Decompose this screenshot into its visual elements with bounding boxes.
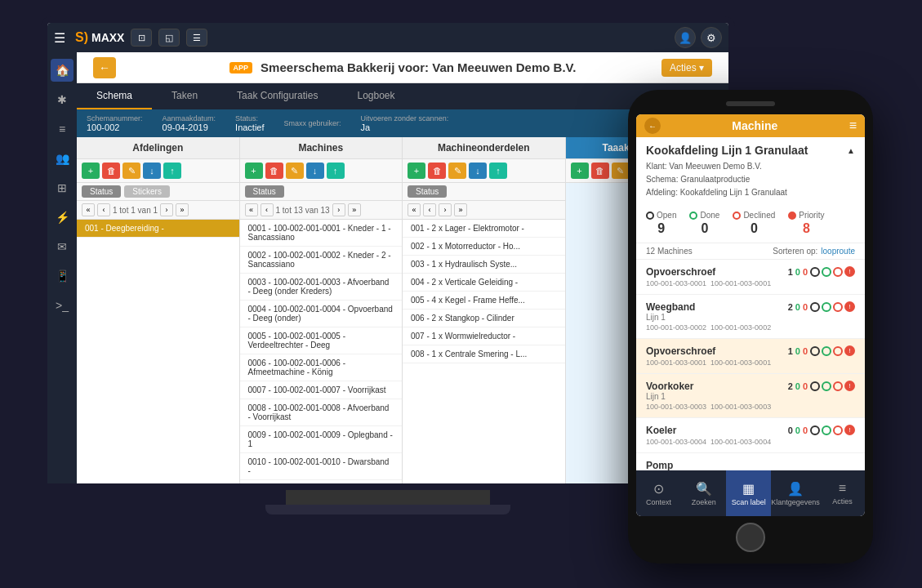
pag-next-machines[interactable]: › [332, 203, 345, 216]
pag-prev-machines[interactable]: ‹ [261, 203, 274, 216]
info-aanmaakdatum-value: 09-04-2019 [163, 122, 216, 132]
phone-machine-item[interactable]: Voorkoker Lijn 1 100-001-003-0003 100-00… [636, 374, 865, 418]
col-down-btn-afdelingen[interactable]: ↓ [143, 163, 161, 179]
list-item[interactable]: 002 - 1 x Motorreductor - Ho... [403, 238, 565, 256]
phone-item-codes: 100-001-003-0001 100-001-003-0001 [646, 359, 771, 367]
pag-prev-mach[interactable]: ‹ [423, 203, 436, 216]
col-down-btn-mach[interactable]: ↓ [469, 163, 487, 179]
pag-first-machines[interactable]: « [245, 203, 258, 216]
sidebar-item-grid[interactable]: ⊞ [51, 176, 73, 199]
list-item[interactable]: 001 - 2 x Lager - Elektromotor - [403, 220, 565, 238]
pag-last-mach[interactable]: » [454, 203, 467, 216]
col-add-btn-taak[interactable]: + [571, 163, 589, 179]
list-item[interactable]: 004 - 2 x Verticale Geleiding - [403, 274, 565, 292]
tab-taak-configuraties[interactable]: Taak Configuraties [217, 83, 337, 109]
tab-taken[interactable]: Taken [152, 83, 217, 109]
col-edit-btn-mach[interactable]: ✎ [448, 163, 466, 179]
user-icon-btn[interactable]: 👤 [675, 27, 696, 48]
col-edit-btn-taak[interactable]: ✎ [612, 163, 630, 179]
col-edit-btn-machines[interactable]: ✎ [286, 163, 304, 179]
pag-last-machines[interactable]: » [348, 203, 361, 216]
pag-last-btn[interactable]: » [176, 203, 189, 216]
list-item[interactable]: 0004 - 100-002-001-0004 - Opvoerband - D… [240, 301, 403, 327]
phone-menu-icon[interactable]: ≡ [849, 118, 857, 133]
col-up-btn-mach[interactable]: ↑ [489, 163, 507, 179]
col-edit-btn-afdelingen[interactable]: ✎ [122, 163, 140, 179]
sub-status-btn-machines[interactable]: Status [245, 185, 284, 198]
sidebar-item-list[interactable]: ≡ [51, 118, 73, 140]
pag-prev-btn[interactable]: ‹ [97, 203, 110, 216]
list-item[interactable]: 0002 - 100-002-001-0002 - Kneder - 2 - S… [240, 247, 403, 274]
col-del-btn-machines[interactable]: 🗑 [265, 163, 283, 179]
phone-home-button[interactable] [736, 523, 765, 552]
phone-machine-item[interactable]: Koeler 100-001-003-0004 100-001-003-0004… [636, 418, 865, 453]
list-item[interactable]: 001 - Deegbereiding - [77, 220, 239, 238]
phone-machine-item[interactable]: Weegband Lijn 1 100-001-003-0002 100-001… [636, 295, 865, 339]
list-item[interactable]: 0011 - 100-002-001-0011 - Transportband … [240, 480, 403, 483]
pag-next-btn[interactable]: › [160, 203, 173, 216]
phone-item-status: 2 0 0 ! [788, 381, 855, 391]
sidebar-item-mail[interactable]: ✉ [51, 235, 73, 258]
phone-bottom-nav: ⊙ Context 🔍 Zoeken ▦ Scan label 👤 Klantg… [636, 470, 865, 516]
list-item[interactable]: 0005 - 100-002-001-0005 - Verdeeltrechte… [240, 327, 403, 354]
tab-schema[interactable]: Schema [77, 83, 152, 109]
tab-logboek[interactable]: Logboek [337, 83, 414, 109]
col-up-btn-machines[interactable]: ↑ [327, 163, 345, 179]
actions-button[interactable]: Acties ▾ [661, 59, 712, 77]
pag-first-mach[interactable]: « [408, 203, 421, 216]
col-add-btn-mach[interactable]: + [408, 163, 425, 179]
list-item[interactable]: 0001 - 100-002-001-0001 - Kneder - 1 - S… [240, 220, 403, 247]
col-del-btn-mach[interactable]: 🗑 [428, 163, 446, 179]
top-bar-btn-1[interactable]: ⊡ [131, 29, 152, 47]
col-add-btn-afdelingen[interactable]: + [82, 163, 100, 179]
phone-sort-value[interactable]: looproute [821, 247, 855, 256]
stat-dot-done [689, 212, 697, 220]
list-item[interactable]: 008 - 1 x Centrale Smering - L... [403, 345, 565, 363]
sidebar-item-tasks[interactable]: ⚡ [51, 206, 73, 229]
phone-nav-klantgegevens[interactable]: 👤 Klantgegevens [771, 470, 820, 516]
col-up-btn-afdelingen[interactable]: ↑ [163, 163, 181, 179]
pag-first-btn[interactable]: « [82, 203, 95, 216]
phone-machine-item[interactable]: Pomp [636, 453, 865, 470]
pagination-afdelingen: « ‹ 1 tot 1 van 1 › » [77, 201, 239, 220]
list-item[interactable]: 0006 - 100-002-001-0006 - Afmeetmachine … [240, 354, 403, 381]
phone-machine-item[interactable]: Opvoerschroef 100-001-003-0001 100-001-0… [636, 260, 865, 295]
sub-status-btn-mach[interactable]: Status [408, 185, 447, 198]
list-item[interactable]: 0007 - 100-002-001-0007 - Voorrijkast [240, 381, 403, 399]
list-item[interactable]: 006 - 2 x Stangkop - Cilinder [403, 310, 565, 327]
sub-stickers-btn-afdelingen[interactable]: Stickers [124, 185, 170, 198]
list-item[interactable]: 0008 - 100-002-001-0008 - Afvoerband - V… [240, 399, 403, 426]
sidebar-item-home[interactable]: 🏠 [51, 59, 73, 82]
col-del-btn-afdelingen[interactable]: 🗑 [102, 163, 120, 179]
back-button[interactable]: ← [93, 57, 116, 78]
chevron-up-icon[interactable]: ▲ [847, 146, 855, 155]
col-add-btn-machines[interactable]: + [245, 163, 263, 179]
col-down-btn-machines[interactable]: ↓ [306, 163, 324, 179]
col-del-btn-taak[interactable]: 🗑 [591, 163, 609, 179]
settings-icon-btn[interactable]: ⚙ [701, 27, 722, 48]
sidebar-item-terminal[interactable]: >_ [51, 294, 73, 317]
phone-nav-context[interactable]: ⊙ Context [636, 470, 681, 516]
list-item[interactable]: 0003 - 100-002-001-0003 - Afvoerband - D… [240, 274, 403, 301]
top-bar-btn-3[interactable]: ☰ [186, 29, 207, 47]
phone-machine-name: Kookafdeling Lijn 1 Granulaat [646, 144, 808, 157]
sidebar-item-users[interactable]: 👥 [51, 147, 73, 170]
phone-item-info: Opvoerschroef 100-001-003-0001 100-001-0… [646, 266, 771, 287]
hamburger-btn[interactable]: ☰ [54, 30, 65, 46]
phone-back-button[interactable]: ← [644, 118, 661, 134]
phone-nav-scan-label[interactable]: ▦ Scan label [726, 470, 771, 516]
top-bar-btn-2[interactable]: ◱ [158, 29, 180, 47]
list-item[interactable]: 0010 - 100-002-001-0010 - Dwarsband - [240, 453, 403, 480]
phone-machine-item[interactable]: Opvoerschroef 100-001-003-0001 100-001-0… [636, 339, 865, 374]
phone-nav-acties[interactable]: ≡ Acties [820, 470, 865, 516]
sub-status-btn-afdelingen[interactable]: Status [82, 185, 121, 198]
status-circle-declined [833, 425, 843, 435]
list-item[interactable]: 007 - 1 x Wormwielreductor - [403, 327, 565, 345]
list-item[interactable]: 0009 - 100-002-001-0009 - Oplegband - 1 [240, 426, 403, 453]
sidebar-item-settings[interactable]: ✱ [51, 88, 73, 111]
list-item[interactable]: 005 - 4 x Kegel - Frame Heffe... [403, 292, 565, 310]
pag-next-mach[interactable]: › [439, 203, 452, 216]
phone-nav-zoeken[interactable]: 🔍 Zoeken [681, 470, 726, 516]
sidebar-item-mobile[interactable]: 📱 [51, 265, 73, 287]
list-item[interactable]: 003 - 1 x Hydraulisch Syste... [403, 256, 565, 274]
